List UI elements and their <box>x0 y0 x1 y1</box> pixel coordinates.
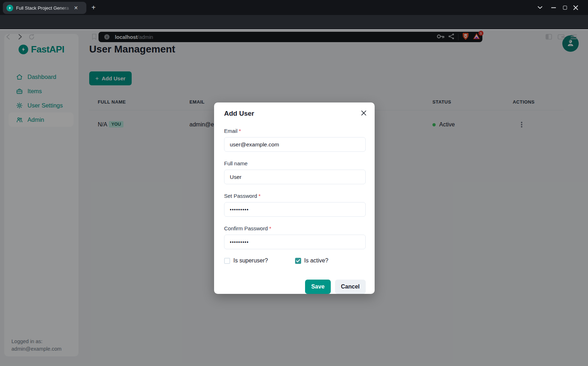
required-asterisk: * <box>269 225 272 231</box>
tab-close-icon[interactable]: ✕ <box>74 5 78 10</box>
confirm-password-field[interactable] <box>224 235 366 249</box>
active-label: Is active? <box>304 257 329 264</box>
tab-title: Full Stack Project Genera <box>16 5 73 11</box>
modal-actions: Save Cancel <box>224 280 366 294</box>
active-checkbox[interactable] <box>295 258 301 264</box>
superuser-label: Is superuser? <box>233 257 268 264</box>
required-asterisk: * <box>239 128 241 134</box>
email-label: Email* <box>224 128 241 134</box>
email-field-group: Email* <box>224 128 366 152</box>
is-active-option[interactable]: Is active? <box>295 257 366 264</box>
add-user-modal: Add User Email* Full name Set Password* … <box>214 102 375 294</box>
modal-title: Add User <box>224 110 366 117</box>
is-superuser-option[interactable]: Is superuser? <box>224 257 295 264</box>
checkbox-row: Is superuser? Is active? <box>224 257 366 264</box>
confirm-password-label: Confirm Password* <box>224 225 271 231</box>
set-password-field-group: Set Password* <box>224 193 366 217</box>
superuser-checkbox[interactable] <box>224 258 230 264</box>
full-name-label: Full name <box>224 160 248 166</box>
confirm-password-field-group: Confirm Password* <box>224 225 366 249</box>
set-password-label: Set Password* <box>224 193 260 199</box>
full-name-field[interactable] <box>224 170 366 184</box>
set-password-field[interactable] <box>224 202 366 217</box>
full-name-field-group: Full name <box>224 160 366 184</box>
window-close-icon[interactable] <box>571 4 580 11</box>
cancel-button[interactable]: Cancel <box>335 280 366 294</box>
browser-toolbar: i localhost/admin 1 <box>0 15 588 29</box>
browser-tab-strip: Full Stack Project Genera ✕ + <box>0 0 588 15</box>
fastapi-favicon <box>6 5 13 11</box>
close-icon[interactable] <box>358 107 369 118</box>
new-tab-icon[interactable]: + <box>89 3 98 12</box>
tab-search-chevron-icon[interactable] <box>535 4 544 11</box>
maximize-icon[interactable] <box>560 4 569 11</box>
required-asterisk: * <box>259 193 261 199</box>
minimize-icon[interactable] <box>549 4 558 11</box>
save-button[interactable]: Save <box>305 280 330 294</box>
email-field[interactable] <box>224 137 366 152</box>
browser-tab[interactable]: Full Stack Project Genera ✕ <box>3 2 86 14</box>
